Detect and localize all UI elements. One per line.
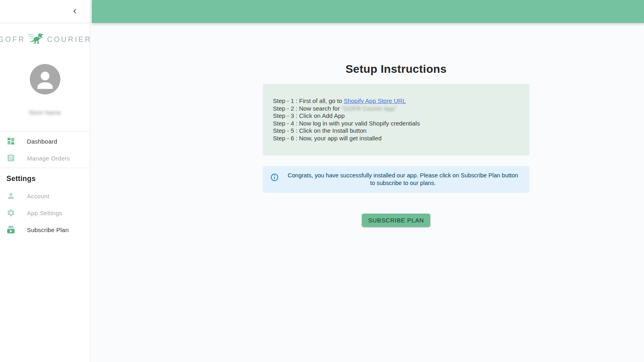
info-alert-message: Congrats, you have successfully installe…	[283, 172, 523, 187]
person-avatar-icon	[30, 64, 60, 95]
sidebar-item-label: Subscribe Plan	[27, 226, 69, 233]
shopify-app-store-link[interactable]: Shopify App Store URL	[344, 97, 406, 104]
account-person-icon	[6, 191, 15, 200]
subscribe-plan-button[interactable]: SUBSCRIBE PLAN	[362, 214, 430, 227]
app-settings-gear-icon	[6, 208, 15, 217]
chevron-left-icon	[70, 7, 79, 17]
settings-heading: Settings	[0, 168, 90, 186]
top-header-bar	[92, 0, 644, 23]
main-content: Setup Instructions Step - 1 : First of a…	[91, 0, 644, 362]
orders-clipboard-icon	[6, 154, 15, 162]
subscribe-plan-icon	[6, 225, 15, 234]
settings-nav: Account App Settings Subscribe Plan	[0, 186, 90, 239]
dino-courier-icon	[27, 32, 45, 47]
profile-section: Store Name	[0, 64, 90, 116]
store-name: Store Name	[0, 109, 90, 116]
step-2-text: Step - 2 : Now search for	[273, 105, 341, 112]
sidebar-item-label: Manage Orders	[27, 155, 70, 162]
sidebar-item-label: App Settings	[27, 210, 62, 216]
brand-logo: GOFR C	[0, 30, 90, 49]
main-nav: Dashboard Manage Orders	[0, 132, 90, 168]
button-row: SUBSCRIBE PLAN	[263, 214, 529, 227]
sidebar-item-dashboard[interactable]: Dashboard	[0, 133, 90, 150]
page-title: Setup Instructions	[263, 63, 529, 76]
sidebar-item-label: Account	[27, 193, 50, 200]
content-container: Setup Instructions Step - 1 : First of a…	[263, 63, 529, 227]
sidebar-item-manage-orders[interactable]: Manage Orders	[0, 150, 90, 167]
sidebar-item-app-settings[interactable]: App Settings	[0, 204, 90, 221]
dashboard-icon	[6, 137, 15, 146]
setup-step-5: Step - 5 : Click on the Install button	[273, 127, 519, 135]
blurred-app-name: "GOFR Courier App"	[341, 105, 396, 112]
step-1-text: Step - 1 : First of all, go to	[273, 97, 344, 104]
info-alert: Congrats, you have successfully installe…	[263, 166, 529, 193]
setup-step-1: Step - 1 : First of all, go to Shopify A…	[273, 97, 519, 105]
setup-step-4: Step - 4 : Now log in with your valid Sh…	[273, 120, 519, 128]
info-icon	[270, 173, 279, 182]
sidebar-item-subscribe-plan[interactable]: Subscribe Plan	[0, 221, 90, 238]
setup-step-6: Step - 6 : Now, your app will get instal…	[273, 135, 519, 142]
sidebar-collapse-button[interactable]	[69, 6, 81, 18]
sidebar: GOFR C	[0, 0, 90, 362]
setup-steps-panel: Step - 1 : First of all, go to Shopify A…	[263, 84, 529, 155]
brand-text-right: COURIER	[47, 35, 92, 44]
setup-step-3: Step - 3 : Click on Add App	[273, 112, 519, 120]
sidebar-top-bar	[0, 0, 90, 23]
brand-text-left: GOFR	[0, 35, 25, 44]
setup-step-2: Step - 2 : Now search for "GOFR Courier …	[273, 105, 519, 113]
sidebar-item-account[interactable]: Account	[0, 187, 90, 204]
sidebar-item-label: Dashboard	[27, 138, 57, 145]
